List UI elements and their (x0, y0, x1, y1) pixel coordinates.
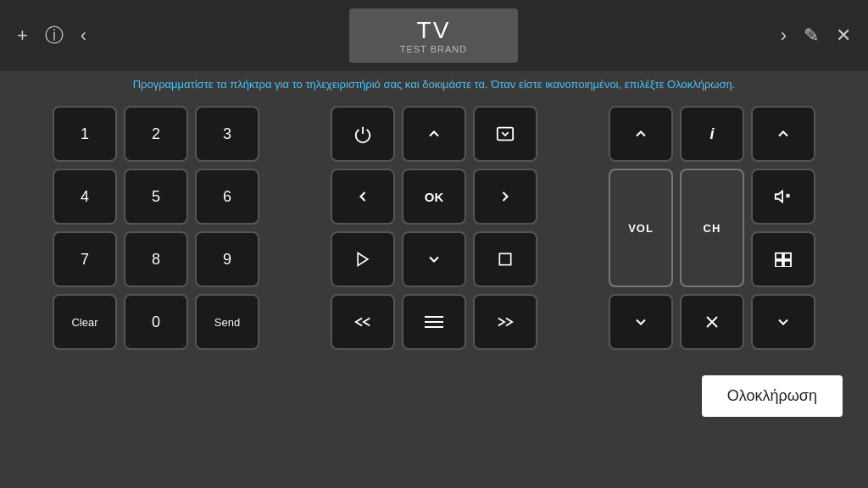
svg-rect-2 (499, 253, 510, 264)
info-btn[interactable]: i (680, 106, 744, 162)
num-0[interactable]: 0 (124, 294, 188, 350)
fastforward-button[interactable] (473, 294, 537, 350)
vol-down-button[interactable] (609, 294, 673, 350)
left-button[interactable] (331, 169, 395, 225)
header-title: TV (417, 17, 451, 44)
power-button[interactable] (331, 106, 395, 162)
num-7[interactable]: 7 (53, 231, 117, 287)
num-4[interactable]: 4 (53, 169, 117, 225)
input-button[interactable] (473, 106, 537, 162)
num-1[interactable]: 1 (53, 106, 117, 162)
num-3[interactable]: 3 (195, 106, 259, 162)
right-button[interactable] (473, 169, 537, 225)
channel-up-button[interactable] (402, 106, 466, 162)
back-close-button[interactable] (680, 294, 744, 350)
header: + ⓘ ‹ TV TEST BRAND › ✎ ✕ (0, 0, 868, 71)
down-button[interactable] (402, 231, 466, 287)
num-5[interactable]: 5 (124, 169, 188, 225)
svg-rect-12 (784, 261, 791, 267)
svg-rect-0 (498, 128, 513, 141)
edit-icon[interactable]: ✎ (804, 25, 819, 47)
ok-button[interactable]: OK (402, 169, 466, 225)
finish-button[interactable]: Ολοκλήρωση (702, 375, 843, 417)
remote-container: 1 2 3 4 5 6 7 8 9 Clear 0 Send (0, 97, 868, 358)
stop-button[interactable] (473, 231, 537, 287)
close-icon[interactable]: ✕ (836, 25, 851, 47)
header-left: + ⓘ ‹ (17, 23, 86, 48)
guide-button[interactable] (751, 231, 815, 287)
vol-ch-pad: i VOL CH (609, 106, 815, 350)
finish-area: Ολοκλήρωση (0, 358, 868, 417)
forward-icon[interactable]: › (781, 25, 787, 47)
vol-label[interactable]: VOL (609, 169, 673, 287)
controlpad: OK (331, 106, 537, 350)
info-icon[interactable]: ⓘ (45, 23, 64, 48)
num-9[interactable]: 9 (195, 231, 259, 287)
clear-button[interactable]: Clear (53, 294, 117, 350)
send-button[interactable]: Send (195, 294, 259, 350)
play-button[interactable] (331, 231, 395, 287)
numpad: 1 2 3 4 5 6 7 8 9 Clear 0 Send (53, 106, 259, 350)
svg-rect-11 (776, 261, 782, 267)
svg-rect-10 (784, 253, 791, 259)
header-center: TV TEST BRAND (349, 8, 518, 63)
svg-rect-9 (776, 253, 782, 259)
mute-button[interactable] (751, 169, 815, 225)
info-bar: Προγραμματίστε τα πλήκτρα για το τηλεχει… (0, 71, 868, 97)
num-2[interactable]: 2 (124, 106, 188, 162)
header-subtitle: TEST BRAND (400, 44, 467, 54)
svg-marker-1 (358, 253, 368, 266)
svg-marker-6 (776, 191, 782, 202)
ch-label[interactable]: CH (680, 169, 744, 287)
menu-button[interactable] (402, 294, 466, 350)
header-right: › ✎ ✕ (781, 25, 851, 47)
num-8[interactable]: 8 (124, 231, 188, 287)
rewind-button[interactable] (331, 294, 395, 350)
ch-up-button[interactable] (751, 106, 815, 162)
vol-up-button[interactable] (609, 106, 673, 162)
back-icon[interactable]: ‹ (81, 25, 86, 47)
ch-down-button[interactable] (751, 294, 815, 350)
num-6[interactable]: 6 (195, 169, 259, 225)
add-icon[interactable]: + (17, 25, 28, 47)
